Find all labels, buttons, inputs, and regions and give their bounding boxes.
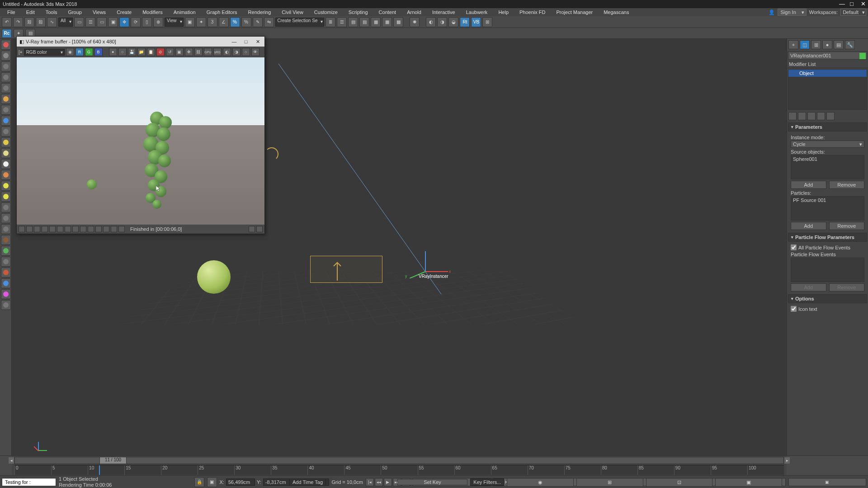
key-filters-button[interactable]: Key Filters...: [470, 479, 504, 486]
vfb-green-channel[interactable]: G: [85, 48, 93, 56]
menu-create[interactable]: Create: [111, 9, 137, 16]
menu-views[interactable]: Views: [87, 9, 111, 16]
ltool-icon[interactable]: [1, 105, 11, 115]
menu-megascans[interactable]: Megascans: [598, 9, 634, 16]
config-sets-button[interactable]: [826, 112, 835, 120]
signin-dropdown[interactable]: Sign In: [778, 9, 807, 16]
vray-vb-button[interactable]: VB: [471, 17, 481, 27]
close-button[interactable]: ✕: [861, 2, 865, 6]
vray-rt-button[interactable]: Rt: [460, 17, 470, 27]
setkey-button[interactable]: Set Key: [397, 479, 468, 485]
ltool-icon[interactable]: [1, 300, 11, 310]
ltool-icon[interactable]: [1, 202, 11, 212]
time-ruler[interactable]: 0 5 10 15 20 25 30 35 40 45 50 55 60 65 …: [14, 465, 784, 475]
pflow-events-list[interactable]: [791, 258, 864, 282]
angle-snap-button[interactable]: ∠: [219, 17, 229, 27]
slider-right-arrow[interactable]: ▸: [784, 457, 790, 464]
viewport-nav-icon[interactable]: ⊞: [576, 478, 643, 487]
vfb-track-icon[interactable]: ✥: [185, 48, 193, 56]
ltool-icon[interactable]: [1, 137, 11, 147]
menu-help[interactable]: Help: [493, 9, 514, 16]
vfb-maximize-button[interactable]: □: [242, 39, 250, 45]
prompt-box[interactable]: Testing for :: [2, 478, 56, 486]
ltool-icon[interactable]: [1, 257, 11, 267]
move-button[interactable]: ✥: [119, 17, 129, 27]
vfb-status-icon[interactable]: [80, 226, 86, 232]
menu-arnold[interactable]: Arnold: [401, 9, 427, 16]
mirror-button[interactable]: ⇋: [264, 17, 274, 27]
menu-civil-view[interactable]: Civil View: [276, 9, 308, 16]
ltool-icon[interactable]: [1, 94, 11, 104]
ltool-icon[interactable]: [1, 192, 11, 202]
schematic-button[interactable]: ▤: [359, 17, 369, 27]
bind-button[interactable]: ∿: [47, 17, 57, 27]
vfb-clipboard-icon[interactable]: 📋: [147, 48, 155, 56]
ltool-icon[interactable]: [1, 224, 11, 234]
ltool-icon[interactable]: [1, 159, 11, 169]
vfb-rgb-icon[interactable]: ◉: [66, 48, 74, 56]
pin-stack-button[interactable]: [788, 112, 797, 120]
particles-add-button[interactable]: Add: [791, 222, 826, 230]
manipulate-button[interactable]: ✦: [196, 17, 206, 27]
remove-modifier-button[interactable]: [817, 112, 825, 120]
vfb-status-icon[interactable]: [103, 226, 109, 232]
coord-dropdown[interactable]: View: [165, 18, 184, 27]
minimize-button[interactable]: —: [839, 2, 844, 6]
vfb-channel-dropdown[interactable]: RGB color: [24, 49, 65, 56]
y-value[interactable]: -8,317cm: [263, 479, 292, 486]
modifier-stack[interactable]: Object: [788, 69, 867, 110]
list-item[interactable]: PF Source 001: [793, 197, 826, 203]
x-value[interactable]: 56,499cm: [226, 479, 255, 486]
slider-left-arrow[interactable]: ◂: [9, 457, 14, 464]
isolate-icon[interactable]: ▣: [207, 477, 217, 487]
vfb-region-icon[interactable]: ▣: [175, 48, 184, 56]
viewport-sphere[interactable]: [197, 260, 231, 294]
vfb-srgb-icon[interactable]: sRG: [213, 48, 222, 56]
rollout-pflow[interactable]: Particle Flow Parameters: [788, 233, 867, 242]
ltool-icon[interactable]: [1, 148, 11, 158]
viewport-nav-icon[interactable]: ▣: [788, 478, 866, 486]
link-button[interactable]: ⛓: [24, 17, 34, 27]
vfb-save-icon[interactable]: 💾: [128, 48, 136, 56]
ribbon-tab-rc[interactable]: Rc: [2, 29, 12, 38]
selection-set-dropdown[interactable]: Create Selection Se: [275, 18, 325, 27]
rect-region-button[interactable]: ▭: [97, 17, 107, 27]
percent-snap-button[interactable]: %: [230, 17, 240, 27]
edit-selection-button[interactable]: ✎: [253, 17, 263, 27]
pflow-add-button[interactable]: Add: [791, 283, 826, 291]
all-pflow-events-checkbox[interactable]: All Particle Flow Events: [791, 244, 864, 250]
render-frame-button[interactable]: ▦: [393, 17, 403, 27]
material-editor-button[interactable]: ▦: [371, 17, 381, 27]
snap-toggle-button[interactable]: 3: [208, 17, 217, 27]
ltool-icon[interactable]: [1, 61, 11, 71]
vfb-status-icon[interactable]: [65, 226, 71, 232]
place-button[interactable]: ⊕: [153, 17, 163, 27]
vray-button-2[interactable]: ◑: [437, 17, 447, 27]
ltool-icon[interactable]: [1, 289, 11, 299]
icon-text-checkbox[interactable]: Icon text: [791, 306, 864, 312]
time-slider-thumb[interactable]: 11 / 100: [99, 457, 127, 464]
ltool-icon[interactable]: [1, 267, 11, 277]
tab-create[interactable]: +: [788, 40, 798, 49]
particle-button[interactable]: ✺: [410, 17, 420, 27]
menu-tools[interactable]: Tools: [40, 9, 63, 16]
menu-phoenixfd[interactable]: Phoenix FD: [514, 9, 551, 16]
tab-display[interactable]: ▤: [834, 40, 844, 49]
vfb-status-icon[interactable]: [42, 226, 48, 232]
menu-animation[interactable]: Animation: [168, 9, 201, 16]
align-button[interactable]: ≣: [326, 17, 335, 27]
vfb-status-icon[interactable]: [34, 226, 40, 232]
menu-group[interactable]: Group: [62, 9, 87, 16]
source-objects-list[interactable]: Sphere001: [791, 155, 864, 179]
ltool-icon[interactable]: [1, 181, 11, 191]
show-end-result-button[interactable]: [798, 112, 806, 120]
object-name-field[interactable]: VRayInstancer001: [788, 52, 867, 60]
ltool-icon[interactable]: [1, 51, 11, 61]
vfb-link-icon[interactable]: ⛓: [194, 48, 203, 56]
ltool-icon[interactable]: [1, 213, 11, 223]
time-slider[interactable]: ◂ 11 / 100 ▸: [14, 457, 784, 464]
menu-edit[interactable]: Edit: [21, 9, 40, 16]
rollout-options[interactable]: Options: [788, 294, 867, 303]
vfb-render-view[interactable]: [17, 57, 264, 225]
viewport-nav-icon[interactable]: ⊡: [646, 478, 713, 487]
